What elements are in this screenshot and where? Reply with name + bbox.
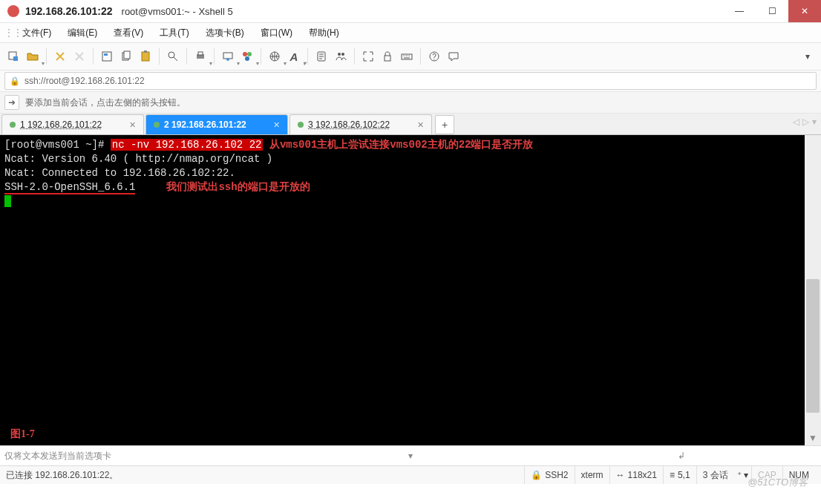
menu-grip[interactable]: ⋮⋮ xyxy=(4,30,10,35)
maximize-button[interactable]: ☐ xyxy=(756,0,788,22)
new-session-icon[interactable] xyxy=(4,48,22,65)
close-button[interactable]: ✕ xyxy=(788,0,821,22)
svg-rect-2 xyxy=(102,52,111,61)
svg-rect-6 xyxy=(142,52,149,61)
svg-rect-19 xyxy=(385,56,390,61)
svg-rect-5 xyxy=(124,51,130,59)
tab-label: 2 192.168.26.101:22 xyxy=(164,120,246,130)
svg-point-13 xyxy=(243,52,247,56)
tab-label: 3 192.168.26.102:22 xyxy=(308,120,390,130)
tab-session-3[interactable]: 3 192.168.26.102:22 ✕ xyxy=(290,114,432,134)
app-icon xyxy=(7,5,19,17)
script-icon[interactable] xyxy=(313,48,330,65)
scrollbar[interactable]: ▼ xyxy=(805,135,821,445)
address-input[interactable]: 🔒 ssh://root@192.168.26.101:22 xyxy=(4,72,817,90)
svg-rect-7 xyxy=(144,50,147,53)
term-line-ssh: SSH-2.0-OpenSSH_6.6.1 xyxy=(4,181,135,194)
svg-rect-10 xyxy=(198,52,203,55)
compose-dropdown-icon[interactable]: ▾ xyxy=(275,451,546,461)
status-proto: 🔒SSH2 xyxy=(524,466,574,484)
term-line: Ncat: Version 6.40 ( http://nmap.org/nca… xyxy=(4,153,272,165)
compose-placeholder: 仅将文本发送到当前选项卡 xyxy=(4,450,275,462)
window-controls: — ☐ ✕ xyxy=(723,0,821,22)
status-sessions: 3 会话 xyxy=(696,466,734,484)
tab-close-icon[interactable]: ✕ xyxy=(267,120,280,130)
tab-bar: 1 192.168.26.101:22 ✕ 2 192.168.26.101:2… xyxy=(0,114,821,135)
title-bar: 192.168.26.101:22 root@vms001:~ - Xshell… xyxy=(0,0,821,23)
status-size: ↔118x21 xyxy=(609,466,663,484)
svg-rect-3 xyxy=(104,53,108,56)
tab-nav: ◁ ▷ ▾ xyxy=(793,117,817,127)
menu-window[interactable]: 窗口(W) xyxy=(253,25,300,41)
open-icon[interactable] xyxy=(24,48,42,65)
chat-icon[interactable] xyxy=(445,48,462,65)
menu-file[interactable]: 文件(F) xyxy=(15,25,59,41)
globe-icon[interactable] xyxy=(266,48,284,65)
terminal[interactable]: [root@vms001 ~]# nc -nv 192.168.26.102 2… xyxy=(0,135,805,445)
scroll-thumb[interactable] xyxy=(806,279,820,413)
users-icon[interactable] xyxy=(332,48,350,65)
svg-point-14 xyxy=(247,52,252,56)
term-line: Ncat: Connected to 192.168.26.102:22. xyxy=(4,167,235,179)
properties-icon[interactable] xyxy=(98,48,116,65)
svg-point-18 xyxy=(341,53,344,56)
tab-close-icon[interactable]: ✕ xyxy=(411,120,424,130)
command: nc -nv 192.168.26.102 22 xyxy=(111,139,264,151)
tab-session-1[interactable]: 1 192.168.26.101:22 ✕ xyxy=(1,114,144,134)
menu-tabs[interactable]: 选项卡(B) xyxy=(198,25,252,41)
menu-tools[interactable]: 工具(T) xyxy=(152,25,196,41)
color-icon[interactable] xyxy=(238,48,256,65)
print-icon[interactable] xyxy=(192,48,209,65)
tab-session-2[interactable]: 2 192.168.26.101:22 ✕ xyxy=(145,114,288,134)
figure-label: 图1-7 xyxy=(10,427,35,441)
tab-label: 1 192.168.26.101:22 xyxy=(20,120,102,130)
status-connection: 已连接 192.168.26.101:22。 xyxy=(6,466,124,484)
hint-text: 要添加当前会话，点击左侧的箭头按钮。 xyxy=(25,96,186,109)
tab-list-icon[interactable]: ▾ xyxy=(812,117,817,127)
status-term: xterm xyxy=(575,466,609,484)
svg-rect-20 xyxy=(402,54,412,59)
resize-icon: ↔ xyxy=(616,470,625,480)
copy-icon[interactable] xyxy=(117,48,135,65)
status-bar: 已连接 192.168.26.101:22。 🔒SSH2 xterm ↔118x… xyxy=(0,465,821,484)
bars-icon: ≡ xyxy=(670,470,675,480)
prompt: [root@vms001 ~]# xyxy=(4,139,111,151)
svg-point-8 xyxy=(169,52,174,58)
compose-bar[interactable]: 仅将文本发送到当前选项卡 ▾ ↲ xyxy=(0,445,821,465)
scroll-down-icon[interactable]: ▼ xyxy=(805,431,821,445)
menu-view[interactable]: 查看(V) xyxy=(106,25,151,41)
svg-rect-1 xyxy=(13,56,18,61)
fullscreen-icon[interactable] xyxy=(359,48,377,65)
paste-icon[interactable] xyxy=(137,48,154,65)
tab-prev-icon[interactable]: ◁ xyxy=(793,117,799,127)
disconnect-icon[interactable] xyxy=(71,48,88,65)
tab-close-icon[interactable]: ✕ xyxy=(123,120,136,130)
lock-icon[interactable] xyxy=(379,48,396,65)
status-dot-icon xyxy=(154,122,160,128)
cursor xyxy=(4,195,11,207)
reconnect-icon[interactable] xyxy=(51,48,69,65)
toolbar: A ? ▾ xyxy=(0,43,821,71)
menu-bar: ⋮⋮ 文件(F) 编辑(E) 查看(V) 工具(T) 选项卡(B) 窗口(W) … xyxy=(0,23,821,43)
address-bar: 🔒 ssh://root@192.168.26.101:22 xyxy=(0,71,821,92)
help-icon[interactable]: ? xyxy=(425,48,443,65)
annotation-1: 从vms001主机上尝试连接vms002主机的22端口是否开放 xyxy=(269,139,534,151)
keyboard-icon[interactable] xyxy=(398,48,416,65)
tab-next-icon[interactable]: ▷ xyxy=(802,117,809,127)
font-icon[interactable]: A xyxy=(285,48,303,65)
annotation-2: 我们测试出ssh的端口是开放的 xyxy=(166,181,310,193)
status-cursor-pos: ≡5,1 xyxy=(663,466,696,484)
minimize-button[interactable]: — xyxy=(723,0,756,22)
transfer-icon[interactable] xyxy=(219,48,237,65)
lock-small-icon: 🔒 xyxy=(10,76,20,86)
compose-enter-icon[interactable]: ↲ xyxy=(546,451,817,461)
tab-add-button[interactable]: + xyxy=(435,115,454,134)
svg-point-15 xyxy=(245,56,249,61)
menu-help[interactable]: 帮助(H) xyxy=(301,25,347,41)
menu-edit[interactable]: 编辑(E) xyxy=(60,25,105,41)
find-icon[interactable] xyxy=(164,48,182,65)
toolbar-overflow-icon[interactable]: ▾ xyxy=(799,48,817,65)
watermark: @51CTO博客 xyxy=(748,476,808,489)
svg-point-12 xyxy=(226,58,229,61)
add-session-arrow-button[interactable]: ➜ xyxy=(4,95,19,110)
